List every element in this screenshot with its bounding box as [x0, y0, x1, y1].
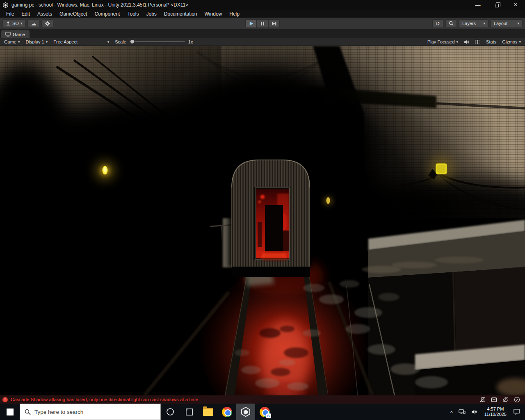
interior-doorway — [265, 205, 283, 258]
cloud-button[interactable]: ☁ — [27, 19, 39, 28]
capture-button[interactable] — [472, 40, 483, 44]
chevron-down-icon: ▾ — [483, 22, 485, 25]
file-explorer-icon — [203, 408, 213, 416]
window-title: gaming pc - school - Windows, Mac, Linux… — [11, 2, 188, 8]
cortana-icon — [166, 407, 175, 416]
close-icon: × — [514, 1, 517, 9]
menu-edit[interactable]: Edit — [18, 11, 34, 17]
status-bar[interactable]: ! Cascade Shadow atlasing has failed, on… — [0, 395, 525, 404]
speaker-icon — [471, 409, 478, 415]
minimize-icon: — — [475, 2, 481, 8]
unity-taskbar-button[interactable] — [236, 404, 255, 420]
clock-date: 11/10/2025 — [484, 412, 507, 417]
game-view-icon — [5, 32, 11, 37]
display-mode-dropdown[interactable]: Game ▾ — [1, 38, 23, 46]
undo-history-button[interactable]: ↺ — [432, 19, 443, 28]
task-view-icon — [185, 408, 194, 416]
chevron-down-icon: ▾ — [517, 22, 519, 25]
restore-button[interactable] — [487, 0, 506, 10]
check-circle-icon[interactable] — [514, 397, 520, 403]
mute-notifications-icon[interactable] — [479, 397, 486, 403]
layout-label: Layout — [494, 21, 507, 26]
capture-grid-icon — [475, 40, 480, 44]
display-mode-label: Game — [4, 39, 16, 44]
window-titlebar[interactable]: gaming pc - school - Windows, Mac, Linux… — [0, 0, 525, 10]
menu-jobs[interactable]: Jobs — [142, 11, 160, 17]
network-icon — [459, 409, 466, 415]
action-center-icon — [513, 409, 520, 415]
services-button[interactable] — [41, 19, 53, 28]
main-toolbar: SO ▾ ☁ ↺ Layers ▾ Layout ▾ — [0, 18, 525, 30]
profile-badge: S — [266, 413, 271, 418]
game-view-toolbar: Game ▾ Display 1 ▾ Free Aspect ▾ Scale 1… — [0, 38, 525, 46]
stats-button[interactable]: Stats — [483, 39, 499, 44]
error-icon: ! — [2, 397, 8, 402]
unity-icon — [240, 406, 251, 417]
chevron-down-icon: ▾ — [519, 40, 521, 44]
play-button[interactable] — [245, 19, 257, 28]
tab-game-label: Game — [13, 32, 25, 37]
taskbar-search[interactable] — [20, 404, 161, 420]
menu-assets[interactable]: Assets — [34, 11, 56, 17]
play-focused-dropdown[interactable]: Play Focused ▾ — [425, 39, 461, 44]
menu-documentation[interactable]: Documentation — [160, 11, 201, 17]
tab-strip: Game — [0, 30, 525, 38]
mute-audio-button[interactable] — [461, 40, 472, 44]
step-icon — [272, 21, 276, 26]
game-viewport[interactable] — [0, 46, 525, 395]
account-button[interactable]: SO ▾ — [2, 19, 25, 28]
tab-game[interactable]: Game — [1, 30, 30, 38]
step-button[interactable] — [268, 19, 280, 28]
center-tunnel-light — [323, 196, 333, 206]
network-tray-button[interactable] — [456, 404, 468, 420]
gizmos-dropdown[interactable]: Gizmos ▾ — [499, 39, 524, 44]
chrome-profile-button[interactable]: S — [255, 404, 274, 420]
search-input[interactable] — [34, 409, 156, 415]
close-button[interactable]: × — [506, 0, 525, 10]
menu-help[interactable]: Help — [226, 11, 243, 17]
taskbar-clock[interactable]: 4:57 PM 11/10/2025 — [481, 406, 510, 417]
cloud-icon: ☁ — [31, 21, 36, 26]
action-center-button[interactable] — [510, 404, 525, 420]
windows-logo-icon — [7, 409, 14, 415]
tray-overflow-button[interactable]: ^ — [447, 404, 456, 420]
clock-time: 4:57 PM — [484, 406, 507, 412]
scale-slider[interactable] — [130, 41, 185, 42]
speaker-icon — [464, 40, 469, 44]
cortana-button[interactable] — [161, 404, 180, 420]
left-tunnel-light — [94, 160, 116, 181]
pause-button[interactable] — [257, 19, 268, 28]
chevron-down-icon: ▾ — [107, 40, 110, 44]
account-label: SO — [12, 21, 19, 26]
file-explorer-button[interactable] — [199, 404, 217, 420]
minimize-button[interactable]: — — [468, 0, 487, 10]
task-view-button[interactable] — [180, 404, 199, 420]
chevron-down-icon: ▾ — [457, 40, 459, 44]
auto-refresh-icon[interactable] — [502, 397, 509, 403]
menu-file[interactable]: File — [2, 11, 18, 17]
aspect-dropdown[interactable]: Free Aspect ▾ — [50, 38, 112, 46]
volume-tray-button[interactable] — [468, 404, 481, 420]
caret-up-icon: ^ — [450, 410, 453, 416]
pause-icon — [260, 21, 265, 26]
console-message-icon[interactable] — [491, 397, 497, 403]
train-car — [229, 157, 313, 277]
windows-taskbar: S ^ 4:57 PM 11/10/2025 — [0, 404, 525, 420]
display-dropdown[interactable]: Display 1 ▾ — [23, 38, 51, 46]
start-button[interactable] — [0, 404, 20, 420]
menu-component[interactable]: Component — [91, 11, 123, 17]
scale-slider-knob[interactable] — [130, 40, 134, 43]
menu-tools[interactable]: Tools — [123, 11, 142, 17]
chrome-button[interactable] — [217, 404, 236, 420]
layers-dropdown[interactable]: Layers ▾ — [459, 19, 488, 28]
unity-app-icon — [2, 2, 9, 8]
scale-value: 1x — [188, 39, 193, 44]
aspect-label: Free Aspect — [53, 39, 78, 44]
scale-control: Scale 1x — [112, 38, 196, 46]
search-button[interactable] — [445, 19, 457, 28]
menu-gameobject[interactable]: GameObject — [56, 11, 91, 17]
chrome-profile-icon: S — [260, 407, 270, 417]
layout-dropdown[interactable]: Layout ▾ — [491, 19, 523, 28]
play-focused-label: Play Focused — [427, 39, 455, 44]
menu-window[interactable]: Window — [201, 11, 226, 17]
